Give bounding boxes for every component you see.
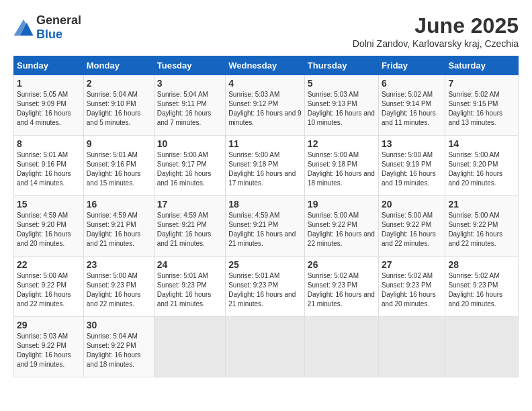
table-row: 30 Sunrise: 5:04 AM Sunset: 9:22 PM Dayl…: [83, 317, 154, 377]
day-info: Sunrise: 5:02 AM Sunset: 9:14 PM Dayligh…: [382, 90, 442, 128]
table-row: 5 Sunrise: 5:03 AM Sunset: 9:13 PM Dayli…: [304, 75, 378, 136]
day-info: Sunrise: 4:59 AM Sunset: 9:20 PM Dayligh…: [17, 211, 81, 248]
table-row: 6 Sunrise: 5:02 AM Sunset: 9:14 PM Dayli…: [379, 75, 445, 136]
day-info: Sunrise: 5:02 AM Sunset: 9:15 PM Dayligh…: [448, 90, 515, 128]
day-number: 16: [87, 199, 151, 210]
day-number: 29: [17, 320, 81, 330]
table-row: 22 Sunrise: 5:00 AM Sunset: 9:22 PM Dayl…: [14, 257, 84, 317]
day-number: 30: [87, 320, 151, 330]
table-row: 2 Sunrise: 5:04 AM Sunset: 9:10 PM Dayli…: [83, 75, 154, 136]
table-row: 19 Sunrise: 5:00 AM Sunset: 9:22 PM Dayl…: [304, 196, 378, 257]
day-info: Sunrise: 5:00 AM Sunset: 9:18 PM Dayligh…: [308, 150, 375, 188]
day-info: Sunrise: 5:00 AM Sunset: 9:17 PM Dayligh…: [157, 150, 222, 188]
day-info: Sunrise: 5:01 AM Sunset: 9:16 PM Dayligh…: [17, 150, 81, 188]
col-monday: Monday: [83, 56, 154, 75]
table-row: 16 Sunrise: 4:59 AM Sunset: 9:21 PM Dayl…: [83, 196, 154, 257]
table-row: 13 Sunrise: 5:00 AM Sunset: 9:19 PM Dayl…: [379, 136, 445, 196]
location-title: Dolni Zandov, Karlovarsky kraj, Czechia: [353, 38, 519, 49]
calendar-week-row: 15 Sunrise: 4:59 AM Sunset: 9:20 PM Dayl…: [14, 196, 519, 257]
day-number: 11: [228, 138, 302, 149]
day-info: Sunrise: 5:00 AM Sunset: 9:22 PM Dayligh…: [308, 211, 375, 248]
col-tuesday: Tuesday: [154, 56, 225, 75]
col-friday: Friday: [379, 56, 445, 75]
day-info: Sunrise: 5:04 AM Sunset: 9:11 PM Dayligh…: [157, 90, 222, 128]
day-number: 18: [228, 199, 302, 210]
table-row: 14 Sunrise: 5:00 AM Sunset: 9:20 PM Dayl…: [445, 136, 519, 196]
table-row: 4 Sunrise: 5:03 AM Sunset: 9:12 PM Dayli…: [226, 75, 305, 136]
calendar-header-row: Sunday Monday Tuesday Wednesday Thursday…: [14, 56, 519, 75]
day-number: 10: [157, 138, 222, 149]
calendar-week-row: 22 Sunrise: 5:00 AM Sunset: 9:22 PM Dayl…: [14, 257, 519, 317]
day-info: Sunrise: 4:59 AM Sunset: 9:21 PM Dayligh…: [228, 211, 302, 248]
table-row: 23 Sunrise: 5:00 AM Sunset: 9:23 PM Dayl…: [83, 257, 154, 317]
table-row: 10 Sunrise: 5:00 AM Sunset: 9:17 PM Dayl…: [154, 136, 225, 196]
calendar-week-row: 29 Sunrise: 5:03 AM Sunset: 9:22 PM Dayl…: [14, 317, 519, 377]
table-row: 12 Sunrise: 5:00 AM Sunset: 9:18 PM Dayl…: [304, 136, 378, 196]
day-info: Sunrise: 4:59 AM Sunset: 9:21 PM Dayligh…: [157, 211, 222, 248]
day-number: 27: [382, 259, 442, 270]
day-number: 3: [157, 78, 222, 89]
day-info: Sunrise: 5:04 AM Sunset: 9:10 PM Dayligh…: [87, 90, 151, 128]
day-info: Sunrise: 5:04 AM Sunset: 9:22 PM Dayligh…: [87, 332, 151, 369]
table-row: 8 Sunrise: 5:01 AM Sunset: 9:16 PM Dayli…: [14, 136, 84, 196]
page-header: General Blue June 2025 Dolni Zandov, Kar…: [13, 13, 519, 49]
table-row: 27 Sunrise: 5:02 AM Sunset: 9:23 PM Dayl…: [379, 257, 445, 317]
table-row: 24 Sunrise: 5:01 AM Sunset: 9:23 PM Dayl…: [154, 257, 225, 317]
table-row: 3 Sunrise: 5:04 AM Sunset: 9:11 PM Dayli…: [154, 75, 225, 136]
table-row: [379, 317, 445, 377]
day-info: Sunrise: 5:01 AM Sunset: 9:23 PM Dayligh…: [228, 271, 302, 309]
day-number: 13: [382, 138, 442, 149]
table-row: [154, 317, 225, 377]
table-row: 9 Sunrise: 5:01 AM Sunset: 9:16 PM Dayli…: [83, 136, 154, 196]
day-info: Sunrise: 5:00 AM Sunset: 9:18 PM Dayligh…: [228, 150, 302, 188]
col-saturday: Saturday: [445, 56, 519, 75]
day-number: 25: [228, 259, 302, 270]
day-info: Sunrise: 5:01 AM Sunset: 9:23 PM Dayligh…: [157, 271, 222, 309]
calendar-table: Sunday Monday Tuesday Wednesday Thursday…: [13, 56, 519, 377]
table-row: 28 Sunrise: 5:02 AM Sunset: 9:23 PM Dayl…: [445, 257, 519, 317]
day-number: 15: [17, 199, 81, 210]
day-number: 26: [308, 259, 375, 270]
day-info: Sunrise: 5:02 AM Sunset: 9:23 PM Dayligh…: [448, 271, 515, 309]
table-row: 15 Sunrise: 4:59 AM Sunset: 9:20 PM Dayl…: [14, 196, 84, 257]
logo-icon: [13, 19, 34, 36]
table-row: 25 Sunrise: 5:01 AM Sunset: 9:23 PM Dayl…: [226, 257, 305, 317]
logo-text: General Blue: [36, 13, 81, 42]
day-info: Sunrise: 4:59 AM Sunset: 9:21 PM Dayligh…: [87, 211, 151, 248]
day-number: 9: [87, 138, 151, 149]
table-row: 7 Sunrise: 5:02 AM Sunset: 9:15 PM Dayli…: [445, 75, 519, 136]
table-row: 11 Sunrise: 5:00 AM Sunset: 9:18 PM Dayl…: [226, 136, 305, 196]
day-number: 20: [382, 199, 442, 210]
table-row: 18 Sunrise: 4:59 AM Sunset: 9:21 PM Dayl…: [226, 196, 305, 257]
day-info: Sunrise: 5:00 AM Sunset: 9:23 PM Dayligh…: [87, 271, 151, 309]
title-area: June 2025 Dolni Zandov, Karlovarsky kraj…: [353, 13, 519, 49]
day-info: Sunrise: 5:05 AM Sunset: 9:09 PM Dayligh…: [17, 90, 81, 128]
table-row: [226, 317, 305, 377]
day-number: 22: [17, 259, 81, 270]
day-number: 12: [308, 138, 375, 149]
day-number: 5: [308, 78, 375, 89]
day-info: Sunrise: 5:00 AM Sunset: 9:22 PM Dayligh…: [448, 211, 515, 248]
day-number: 21: [448, 199, 515, 210]
day-number: 19: [308, 199, 375, 210]
day-number: 23: [87, 259, 151, 270]
day-info: Sunrise: 5:03 AM Sunset: 9:13 PM Dayligh…: [308, 90, 375, 128]
col-thursday: Thursday: [304, 56, 378, 75]
month-title: June 2025: [353, 13, 519, 38]
day-number: 6: [382, 78, 442, 89]
day-number: 4: [228, 78, 302, 89]
col-sunday: Sunday: [14, 56, 84, 75]
day-number: 1: [17, 78, 81, 89]
day-number: 8: [17, 138, 81, 149]
table-row: 26 Sunrise: 5:02 AM Sunset: 9:23 PM Dayl…: [304, 257, 378, 317]
day-info: Sunrise: 5:01 AM Sunset: 9:16 PM Dayligh…: [87, 150, 151, 188]
table-row: 17 Sunrise: 4:59 AM Sunset: 9:21 PM Dayl…: [154, 196, 225, 257]
day-number: 24: [157, 259, 222, 270]
calendar-week-row: 8 Sunrise: 5:01 AM Sunset: 9:16 PM Dayli…: [14, 136, 519, 196]
day-info: Sunrise: 5:02 AM Sunset: 9:23 PM Dayligh…: [308, 271, 375, 309]
calendar-week-row: 1 Sunrise: 5:05 AM Sunset: 9:09 PM Dayli…: [14, 75, 519, 136]
table-row: 1 Sunrise: 5:05 AM Sunset: 9:09 PM Dayli…: [14, 75, 84, 136]
day-info: Sunrise: 5:02 AM Sunset: 9:23 PM Dayligh…: [382, 271, 442, 309]
day-number: 2: [87, 78, 151, 89]
table-row: 29 Sunrise: 5:03 AM Sunset: 9:22 PM Dayl…: [14, 317, 84, 377]
